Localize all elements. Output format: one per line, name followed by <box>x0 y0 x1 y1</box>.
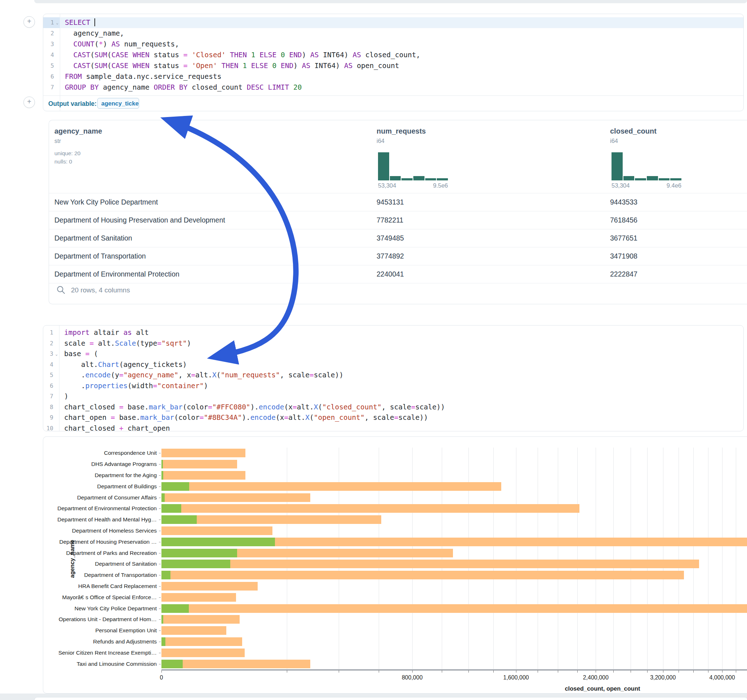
histogram-bar <box>390 176 401 180</box>
output-variable-chip[interactable]: agency_tickets <box>97 98 139 109</box>
x-axis-title: closed_count, open_count <box>565 685 640 692</box>
bar-closed <box>162 626 226 635</box>
collapse-chevron-icon[interactable]: ⌄ <box>56 18 58 29</box>
code-line: 2 agency_name, <box>43 28 743 39</box>
bar-closed <box>162 660 310 668</box>
sql-code-editor[interactable]: 1⌄SELECT 2 agency_name,3 COUNT(*) AS num… <box>43 17 743 93</box>
gridline <box>538 448 538 669</box>
y-axis-label: Department for the Aging <box>43 472 157 478</box>
column-header-closed-count[interactable]: closed_count i64 <box>610 127 656 144</box>
gridline <box>631 448 631 669</box>
y-axis-tick <box>159 586 161 587</box>
column-header-agency-name[interactable]: agency_name str unique: 20 nulls: 0 <box>54 127 102 165</box>
bar-open <box>162 571 171 579</box>
y-axis-tick <box>159 531 161 531</box>
column-name: agency_name <box>54 127 102 136</box>
output-variable-label: Output variable: <box>48 100 97 108</box>
bar-open <box>162 460 163 468</box>
y-axis-label: Department of Sanitation <box>43 561 157 567</box>
search-icon[interactable] <box>56 285 66 294</box>
bar-open <box>162 549 237 557</box>
bar-open <box>162 504 181 513</box>
collapse-chevron-icon[interactable]: ⌄ <box>55 349 57 360</box>
y-axis-label: Department of Environmental Protection <box>43 505 157 512</box>
bar-closed <box>162 471 245 480</box>
table-cell: 2222847 <box>610 270 637 278</box>
code-line: 2scale = alt.Scale(type="sqrt") <box>43 338 743 349</box>
line-number: 2 <box>43 338 59 349</box>
y-axis-label: Correspondence Unit <box>43 450 157 456</box>
x-axis-tick <box>708 670 708 673</box>
column-type: i64 <box>610 137 656 144</box>
bar-open <box>162 538 275 546</box>
histogram-bar <box>425 178 436 180</box>
code-line: 9chart_open = base.mark_bar(color="#8BC3… <box>43 412 743 423</box>
previous-cell-edge <box>34 0 747 3</box>
histogram-bar <box>659 178 670 180</box>
bar-open <box>162 615 163 624</box>
column-header-num-requests[interactable]: num_requests i64 <box>377 127 426 144</box>
table-cell: New York City Police Department <box>54 198 158 206</box>
add-cell-button-top[interactable]: + <box>23 16 35 28</box>
python-cell: 1import altair as alt2scale = alt.Scale(… <box>43 325 744 431</box>
histogram-bar <box>670 178 681 180</box>
y-axis-tick <box>159 642 161 642</box>
bar-closed <box>162 504 579 513</box>
column-type: i64 <box>377 137 426 144</box>
line-number: 5 <box>43 370 59 381</box>
x-axis-tick <box>516 670 516 673</box>
code-line: 3⌄base = ( <box>43 348 743 359</box>
gridline <box>647 448 647 669</box>
histogram-bar <box>413 176 425 180</box>
y-axis-tick <box>159 553 161 554</box>
x-axis-tick <box>663 670 664 673</box>
y-axis-tick <box>159 464 161 465</box>
x-axis-line <box>162 669 747 670</box>
line-number: 3⌄ <box>43 348 59 359</box>
bar-closed <box>162 449 245 457</box>
histogram-bar <box>437 178 448 180</box>
x-axis-tick <box>379 670 379 673</box>
text-cursor <box>94 18 95 26</box>
x-axis-tick <box>469 670 469 673</box>
y-axis-tick <box>159 542 161 542</box>
bar-chart: 0800,0001,600,0002,400,0003,200,0004,000… <box>43 437 747 693</box>
bar-closed <box>162 482 501 491</box>
x-axis-tick <box>679 670 679 673</box>
add-cell-button-output[interactable]: + <box>23 97 35 108</box>
x-axis-tick <box>577 670 578 673</box>
bar-closed <box>162 593 236 602</box>
y-axis-tick <box>159 453 161 453</box>
histogram-bar <box>635 178 646 180</box>
column-name: closed_count <box>610 127 656 136</box>
table-cell: 2240041 <box>377 270 404 278</box>
x-axis-tick <box>722 670 723 673</box>
y-axis-label: Department of Transportation <box>43 572 157 578</box>
chart-cell: 0800,0001,600,0002,400,0003,200,0004,000… <box>43 436 747 694</box>
table-cell: 3471908 <box>610 252 637 260</box>
code-line: 8chart_closed = base.mark_bar(color="#FF… <box>43 402 743 413</box>
bar-open <box>162 637 165 646</box>
bar-closed <box>162 527 272 535</box>
line-number: 9 <box>43 412 59 423</box>
y-axis-tick <box>159 486 161 487</box>
line-number: 1 <box>43 327 59 338</box>
x-axis-tick <box>162 670 162 673</box>
x-axis-tick <box>538 670 538 673</box>
table-cell: 9443533 <box>610 198 637 206</box>
python-code-editor[interactable]: 1import altair as alt2scale = alt.Scale(… <box>43 327 743 433</box>
line-number: 5 <box>43 60 60 71</box>
line-number: 6 <box>43 71 60 82</box>
bar-closed <box>162 460 237 468</box>
y-axis-label: New York City Police Department <box>43 605 157 612</box>
bar-closed <box>162 604 747 613</box>
x-axis-tick <box>493 670 494 673</box>
code-line: 10chart_closed + chart_open <box>43 423 743 434</box>
bar-closed <box>162 493 310 502</box>
y-axis-label: DHS Advantage Programs <box>43 461 157 468</box>
y-axis-tick <box>159 653 161 653</box>
y-axis-tick <box>159 564 161 564</box>
table-row: Department of Housing Preservation and D… <box>49 211 747 229</box>
column-name: num_requests <box>377 127 426 136</box>
line-number: 4 <box>43 50 60 60</box>
